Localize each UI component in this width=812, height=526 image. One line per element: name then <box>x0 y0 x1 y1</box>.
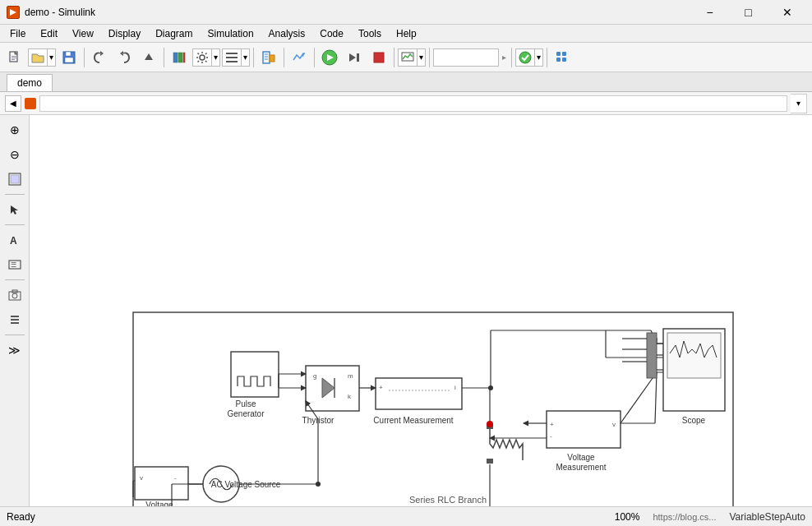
svg-rect-16 <box>263 52 270 63</box>
sep7 <box>429 48 430 67</box>
fit-button[interactable] <box>3 168 26 191</box>
menu-help[interactable]: Help <box>390 26 423 41</box>
menu-code[interactable]: Code <box>313 26 350 41</box>
svg-rect-72 <box>135 467 188 500</box>
svg-rect-41 <box>11 319 19 321</box>
stop-button[interactable] <box>367 46 390 69</box>
status-zoom: 100% <box>615 511 640 523</box>
zoom-in-button[interactable]: ⊕ <box>3 118 26 141</box>
menu-simulation[interactable]: Simulation <box>201 26 261 41</box>
library-button[interactable] <box>168 46 191 69</box>
open-arrow[interactable]: ▾ <box>47 49 55 66</box>
scope-arrow[interactable]: ▾ <box>417 49 425 66</box>
menu-edit[interactable]: Edit <box>34 26 64 41</box>
canvas-area[interactable]: Pulse Generator g m k Thyristor + i Curr… <box>30 115 812 506</box>
scope-button[interactable] <box>399 46 417 69</box>
svg-rect-25 <box>374 53 384 62</box>
addr-path-input[interactable]: demo <box>39 95 787 112</box>
maximize-button[interactable]: □ <box>730 4 767 21</box>
left-sep3 <box>5 279 25 280</box>
svg-text:g: g <box>313 372 316 380</box>
svg-rect-9 <box>173 53 178 62</box>
svg-text:+: + <box>379 384 383 391</box>
arrow-tool-button[interactable] <box>3 198 26 221</box>
svg-rect-28 <box>556 52 561 56</box>
open-dropdown[interactable]: ▾ <box>28 48 56 67</box>
left-sep2 <box>5 224 25 225</box>
svg-rect-20 <box>270 55 275 62</box>
tab-demo[interactable]: demo <box>7 74 53 91</box>
model-explorer-button[interactable] <box>257 46 280 69</box>
menu-view[interactable]: View <box>66 26 100 41</box>
svg-text:Series RLC Branch: Series RLC Branch <box>409 495 487 505</box>
tabbar: demo <box>0 72 812 92</box>
menu-file[interactable]: File <box>3 26 32 41</box>
menu-tools[interactable]: Tools <box>352 26 388 41</box>
svg-rect-7 <box>66 52 71 56</box>
addr-back-button[interactable]: ◀ <box>5 95 21 112</box>
svg-rect-5 <box>12 59 15 60</box>
save-button[interactable] <box>58 46 81 69</box>
main-area: ⊕ ⊖ A ☰ ≫ <box>0 115 812 506</box>
svg-point-116 <box>488 385 493 390</box>
add-signal-button[interactable] <box>288 46 311 69</box>
svg-point-108 <box>487 421 493 427</box>
sim-time-controls: ▸ <box>501 53 508 62</box>
menu-display[interactable]: Display <box>102 26 147 41</box>
window-controls[interactable]: − □ ✕ <box>691 4 805 21</box>
more-button[interactable] <box>3 308 26 331</box>
view-dropdown[interactable]: ▾ <box>222 48 250 67</box>
svg-marker-23 <box>349 53 356 62</box>
menu-diagram[interactable]: Diagram <box>149 26 199 41</box>
svg-text:Voltage: Voltage <box>145 501 173 506</box>
check-arrow[interactable]: ▾ <box>534 49 542 66</box>
svg-text:A: A <box>10 235 17 246</box>
view-arrow[interactable]: ▾ <box>241 49 249 66</box>
run-button[interactable] <box>318 46 341 69</box>
check-dropdown[interactable]: ▾ <box>515 48 543 67</box>
status-url: https://blog.cs... <box>653 512 716 522</box>
view-button[interactable] <box>223 46 241 69</box>
minimize-button[interactable]: − <box>691 4 728 21</box>
svg-rect-14 <box>226 57 238 58</box>
svg-text:v: v <box>140 474 143 482</box>
expand-left-button[interactable]: ≫ <box>3 339 26 362</box>
svg-text:Pulse: Pulse <box>235 399 256 408</box>
open-button[interactable] <box>29 46 47 69</box>
svg-rect-81 <box>487 459 493 464</box>
settings-dropdown[interactable]: ▾ <box>192 48 220 67</box>
svg-point-12 <box>200 55 205 60</box>
menu-analysis[interactable]: Analysis <box>262 26 312 41</box>
sep9 <box>547 48 547 67</box>
check-button[interactable] <box>516 46 534 69</box>
zoom-out-button[interactable]: ⊖ <box>3 143 26 166</box>
addr-dropdown[interactable]: ▾ <box>791 94 807 113</box>
subsystem-button[interactable]: ☰ <box>3 253 26 276</box>
svg-rect-15 <box>226 61 238 62</box>
up-button[interactable] <box>137 46 160 69</box>
sep5 <box>314 48 315 67</box>
svg-rect-4 <box>12 58 16 58</box>
snapshot-button[interactable] <box>3 284 26 307</box>
text-tool-button[interactable]: A <box>3 228 26 251</box>
svg-text:-: - <box>174 474 177 482</box>
titlebar-left: demo - Simulink <box>7 6 95 19</box>
apps-button[interactable] <box>551 46 574 69</box>
step-button[interactable] <box>343 46 366 69</box>
new-button[interactable] <box>3 46 26 69</box>
diagram-svg: Pulse Generator g m k Thyristor + i Curr… <box>30 115 812 506</box>
left-sep1 <box>5 194 25 195</box>
redo-button[interactable] <box>113 46 136 69</box>
settings-button[interactable] <box>193 46 211 69</box>
sep6 <box>394 48 394 67</box>
scope-dropdown[interactable]: ▾ <box>398 48 426 67</box>
svg-text:Voltage: Voltage <box>567 453 595 462</box>
sim-time-input[interactable]: 0.1 <box>433 48 499 67</box>
svg-rect-42 <box>11 322 19 324</box>
svg-rect-13 <box>226 53 238 54</box>
undo-button[interactable] <box>88 46 111 69</box>
svg-text:Scope: Scope <box>682 416 706 425</box>
settings-arrow[interactable]: ▾ <box>211 49 219 66</box>
close-button[interactable]: ✕ <box>768 4 805 21</box>
sep3 <box>253 48 254 67</box>
